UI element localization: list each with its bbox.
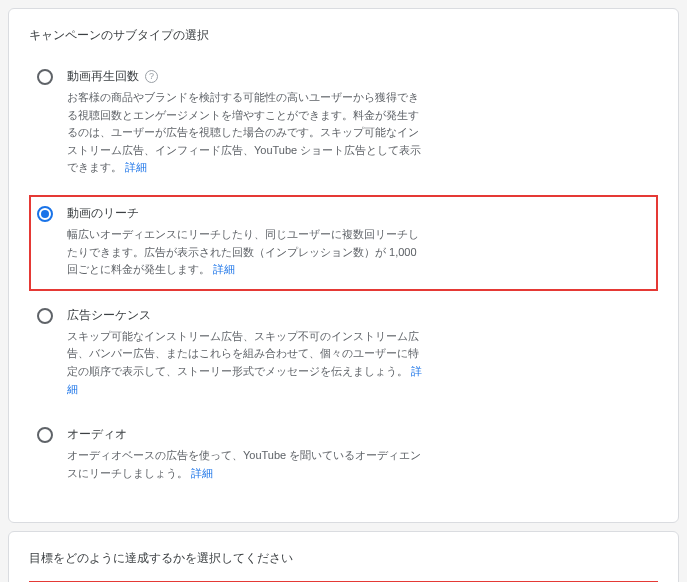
option-body: 広告シーケンススキップ可能なインストリーム広告、スキップ不可のインストリーム広告…	[67, 307, 427, 398]
option-description: スキップ可能なインストリーム広告、スキップ不可のインストリーム広告、バンパー広告…	[67, 328, 427, 398]
option-label-text: 広告シーケンス	[67, 307, 151, 324]
option-audio[interactable]: オーディオオーディオベースの広告を使って、YouTube を聞いているオーディエ…	[29, 416, 658, 494]
option-body: 動画のリーチ幅広いオーディエンスにリーチしたり、同じユーザーに複数回リーチしたり…	[67, 205, 427, 279]
option-description-text: 幅広いオーディエンスにリーチしたり、同じユーザーに複数回リーチしたりできます。広…	[67, 228, 419, 275]
option-label-text: 動画のリーチ	[67, 205, 139, 222]
option-label: 動画のリーチ	[67, 205, 427, 222]
option-label: オーディオ	[67, 426, 427, 443]
option-description: お客様の商品やブランドを検討する可能性の高いユーザーから獲得できる視聴回数とエン…	[67, 89, 427, 177]
card-title: 目標をどのように達成するかを選択してください	[29, 550, 658, 567]
goal-method-card: 目標をどのように達成するかを選択してください効率的なリーチバンパー広告、スキップ…	[8, 531, 679, 582]
details-link[interactable]: 詳細	[191, 467, 213, 479]
option-label: 広告シーケンス	[67, 307, 427, 324]
option-description: オーディオベースの広告を使って、YouTube を聞いているオーディエンスにリー…	[67, 447, 427, 482]
option-video-reach[interactable]: 動画のリーチ幅広いオーディエンスにリーチしたり、同じユーザーに複数回リーチしたり…	[29, 195, 658, 291]
radio-video-views[interactable]	[37, 69, 53, 85]
details-link[interactable]: 詳細	[125, 161, 147, 173]
option-description-text: お客様の商品やブランドを検討する可能性の高いユーザーから獲得できる視聴回数とエン…	[67, 91, 421, 173]
help-icon[interactable]: ?	[145, 70, 158, 83]
option-description-text: スキップ可能なインストリーム広告、スキップ不可のインストリーム広告、バンパー広告…	[67, 330, 419, 377]
campaign-subtype-card: キャンペーンのサブタイプの選択動画再生回数?お客様の商品やブランドを検討する可能…	[8, 8, 679, 523]
option-description: 幅広いオーディエンスにリーチしたり、同じユーザーに複数回リーチしたりできます。広…	[67, 226, 427, 279]
radio-audio[interactable]	[37, 427, 53, 443]
option-description-text: オーディオベースの広告を使って、YouTube を聞いているオーディエンスにリー…	[67, 449, 421, 479]
option-video-views[interactable]: 動画再生回数?お客様の商品やブランドを検討する可能性の高いユーザーから獲得できる…	[29, 58, 658, 189]
option-body: オーディオオーディオベースの広告を使って、YouTube を聞いているオーディエ…	[67, 426, 427, 482]
option-label-text: オーディオ	[67, 426, 127, 443]
radio-ad-sequence[interactable]	[37, 308, 53, 324]
option-label: 動画再生回数?	[67, 68, 427, 85]
card-title: キャンペーンのサブタイプの選択	[29, 27, 658, 44]
option-ad-sequence[interactable]: 広告シーケンススキップ可能なインストリーム広告、スキップ不可のインストリーム広告…	[29, 297, 658, 410]
radio-video-reach[interactable]	[37, 206, 53, 222]
option-label-text: 動画再生回数	[67, 68, 139, 85]
option-body: 動画再生回数?お客様の商品やブランドを検討する可能性の高いユーザーから獲得できる…	[67, 68, 427, 177]
details-link[interactable]: 詳細	[213, 263, 235, 275]
